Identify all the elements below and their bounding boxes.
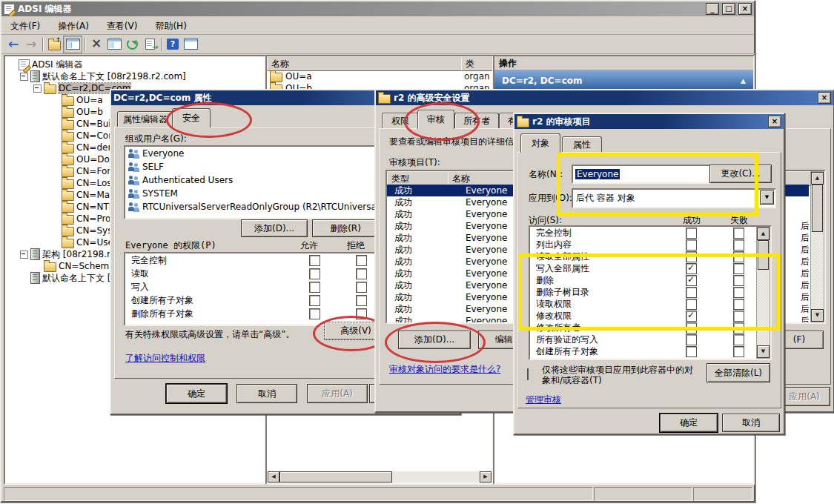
new-window-icon[interactable]	[182, 36, 199, 53]
vertical-scrollbar[interactable]: ▲ ▼	[810, 171, 824, 322]
failure-checkbox[interactable]	[733, 228, 744, 239]
failure-checkbox[interactable]	[733, 251, 744, 262]
advanced-dialog-titlebar[interactable]: r2 的高级安全设置 ×	[376, 90, 833, 105]
close-button[interactable]: ×	[738, 3, 752, 15]
remove-button[interactable]: 删除(R)	[312, 219, 379, 237]
success-checkbox[interactable]	[686, 322, 697, 334]
minimize-button[interactable]: _	[706, 3, 719, 15]
column-header-name[interactable]: 名称	[267, 56, 470, 71]
help-icon[interactable]: ?	[164, 36, 182, 53]
horizontal-scrollbar[interactable]: ◀ ▶	[268, 471, 492, 483]
deny-checkbox[interactable]	[356, 308, 367, 319]
success-checkbox[interactable]	[686, 299, 697, 310]
access-row[interactable]: 列出内容	[530, 239, 770, 251]
success-checkbox[interactable]	[686, 239, 697, 251]
close-icon[interactable]: ×	[768, 116, 781, 127]
maximize-button[interactable]: □	[722, 3, 735, 15]
export-list-icon[interactable]	[141, 36, 159, 53]
failure-checkbox[interactable]	[733, 263, 744, 274]
menu-item[interactable]: 操作(A)	[49, 19, 98, 33]
list-row[interactable]: OU=a organ	[267, 70, 492, 82]
show-console-tree-icon[interactable]	[63, 36, 82, 53]
tab-properties[interactable]: 属性	[562, 136, 602, 152]
vertical-scrollbar[interactable]: ▲ ▼	[756, 227, 770, 359]
access-row[interactable]: 完全控制	[530, 227, 770, 239]
success-checkbox[interactable]	[686, 275, 697, 286]
chevron-down-icon[interactable]: ▼	[760, 190, 774, 205]
scrollbar-thumb[interactable]	[758, 240, 769, 270]
success-checkbox[interactable]	[686, 334, 697, 345]
success-checkbox[interactable]	[686, 251, 697, 262]
failure-checkbox[interactable]	[733, 346, 744, 357]
expand-toggle-icon[interactable]	[20, 73, 28, 81]
access-row[interactable]: 写入全部属性	[530, 262, 770, 274]
menu-item[interactable]: 文件(F)	[1, 19, 49, 33]
learn-access-control-link[interactable]: 了解访问控制和权限	[125, 353, 205, 363]
scroll-down-icon[interactable]: ▼	[811, 309, 824, 322]
access-row[interactable]: 读取权限	[530, 298, 770, 310]
success-checkbox[interactable]	[686, 287, 697, 298]
allow-checkbox[interactable]	[309, 295, 320, 306]
failure-checkbox[interactable]	[733, 322, 744, 334]
name-input[interactable]: Everyone	[572, 165, 710, 184]
scroll-down-icon[interactable]: ▼	[757, 345, 770, 358]
cancel-button[interactable]: 取消	[236, 384, 297, 403]
success-checkbox[interactable]	[686, 346, 697, 357]
column-header-type[interactable]: 类型	[387, 171, 457, 186]
failure-checkbox[interactable]	[733, 287, 744, 298]
deny-checkbox[interactable]	[356, 255, 367, 266]
failure-checkbox[interactable]	[733, 239, 744, 251]
change-button[interactable]: 更改(C)...	[709, 165, 772, 183]
access-list[interactable]: 完全控制 列出内容 读取全部属性	[529, 225, 772, 360]
refresh-icon[interactable]	[123, 36, 141, 53]
tab-attribute-editor[interactable]: 属性编辑器	[117, 111, 173, 127]
expand-toggle-icon[interactable]	[33, 84, 42, 93]
back-icon[interactable]: ←	[4, 36, 22, 53]
tab-permissions[interactable]: 权限	[382, 113, 419, 128]
success-checkbox[interactable]	[686, 263, 697, 274]
tree-item[interactable]: 默认命名上下文 [08r2198.r2.com]	[5, 70, 265, 82]
access-row[interactable]: 删除子树目录	[530, 286, 770, 298]
success-checkbox[interactable]	[686, 228, 697, 239]
access-row[interactable]: 读取全部属性	[530, 251, 770, 262]
access-row[interactable]: 所有验证的写入	[530, 334, 770, 345]
audit-dialog-titlebar[interactable]: r2 的审核项目 ×	[514, 114, 784, 129]
tab-auditing[interactable]: 审核	[417, 110, 454, 129]
audit-add-button[interactable]: 添加(D)...	[398, 331, 471, 349]
clear-all-button[interactable]: 全部清除(L)	[706, 363, 770, 382]
main-titlebar[interactable]: ADSI 编辑器 _ □ ×	[1, 1, 754, 16]
deny-checkbox[interactable]	[356, 268, 367, 279]
scrollbar-thumb[interactable]	[279, 471, 392, 483]
failure-checkbox[interactable]	[733, 299, 744, 310]
scroll-right-icon[interactable]: ▶	[480, 471, 492, 483]
menu-item[interactable]: 查看(V)	[98, 19, 147, 33]
forward-icon[interactable]: →	[22, 36, 40, 53]
audit-requirements-link[interactable]: 审核对象访问的要求是什么?	[389, 364, 500, 374]
failure-checkbox[interactable]	[733, 275, 744, 286]
properties-icon[interactable]	[105, 36, 123, 53]
close-icon[interactable]: ×	[818, 92, 831, 104]
tab-security[interactable]: 安全	[172, 108, 211, 127]
expand-toggle-icon[interactable]	[20, 251, 28, 259]
failure-checkbox[interactable]	[733, 311, 744, 322]
collapse-icon[interactable]: ▲	[741, 77, 746, 85]
failure-checkbox[interactable]	[733, 334, 744, 345]
menu-item[interactable]: 帮助(H)	[146, 19, 195, 33]
scroll-up-icon[interactable]: ▲	[811, 172, 824, 185]
scope-checkbox[interactable]	[527, 368, 529, 380]
allow-checkbox[interactable]	[309, 268, 320, 279]
add-button[interactable]: 添加(D)...	[241, 219, 308, 237]
deny-checkbox[interactable]	[356, 282, 367, 293]
access-row[interactable]: 修改权限	[530, 310, 770, 322]
tab-object[interactable]: 对象	[520, 133, 560, 153]
apply-to-dropdown[interactable]: 后代 容器 对象 ▼	[572, 188, 776, 208]
scrollbar-thumb[interactable]	[812, 185, 823, 232]
deny-checkbox[interactable]	[356, 295, 367, 306]
ok-button[interactable]: 确定	[660, 414, 718, 432]
tab-owner[interactable]: 所有者	[454, 113, 499, 128]
scroll-left-icon[interactable]: ◀	[268, 471, 279, 483]
cancel-button[interactable]: 取消	[722, 414, 780, 432]
access-row[interactable]: 删除	[530, 274, 770, 286]
allow-checkbox[interactable]	[309, 282, 320, 293]
manage-auditing-link[interactable]: 管理审核	[526, 394, 561, 405]
